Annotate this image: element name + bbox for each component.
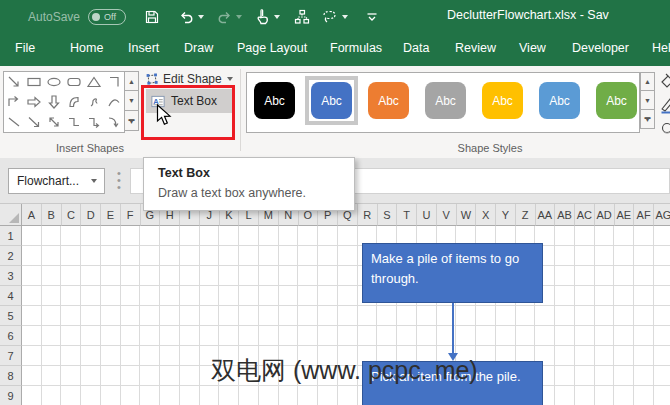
shape-style-tile-5[interactable]: Abc <box>482 82 523 119</box>
line-arrow-icon[interactable] <box>4 72 24 92</box>
column-header-R[interactable]: R <box>358 204 378 226</box>
styles-scroll-down-button[interactable]: ▼ <box>640 91 655 110</box>
rounded-rectangle-icon[interactable] <box>64 72 84 92</box>
double-arrow-diagonal-icon[interactable] <box>44 112 64 132</box>
shape-outline-icon[interactable] <box>659 96 670 116</box>
triangle-icon[interactable] <box>84 72 104 92</box>
column-header-B[interactable]: B <box>42 204 62 226</box>
insert-shapes-gallery <box>3 71 125 133</box>
ribbon-tab-insert[interactable]: Insert <box>128 41 159 55</box>
ribbon-tab-file[interactable]: File <box>15 41 35 55</box>
shape-style-tile-6[interactable]: Abc <box>539 82 580 119</box>
row-header-6[interactable]: 6 <box>0 326 22 346</box>
watermark-text: 双电网 (www. pcpc. me) <box>211 354 478 387</box>
arc-icon[interactable] <box>104 92 124 112</box>
elbow-arrow-connector-icon[interactable] <box>84 112 104 132</box>
column-header-Z[interactable]: Z <box>516 204 536 226</box>
oval-icon[interactable] <box>44 72 64 92</box>
lasso-select-icon[interactable] <box>320 5 340 29</box>
ribbon-tab-review[interactable]: Review <box>455 41 496 55</box>
column-header-A[interactable]: A <box>22 204 42 226</box>
styles-gallery-scrollbar: ▲ ▼ ▬▼ <box>640 72 655 129</box>
ribbon-tab-draw[interactable]: Draw <box>184 41 213 55</box>
column-header-F[interactable]: F <box>121 204 141 226</box>
redo-menu-caret-icon <box>236 15 242 19</box>
column-header-W[interactable]: W <box>457 204 477 226</box>
column-header-AD[interactable]: AD <box>595 204 615 226</box>
curved-corner-icon[interactable] <box>64 92 84 112</box>
shapes-more-button[interactable]: ▬▼ <box>124 111 139 131</box>
column-header-Y[interactable]: Y <box>496 204 516 226</box>
column-header-E[interactable]: E <box>101 204 121 226</box>
autosave-toggle[interactable]: Off <box>88 9 126 25</box>
lasso-select-caret-icon[interactable] <box>342 15 348 19</box>
name-box-caret-icon[interactable] <box>91 179 97 183</box>
column-header-D[interactable]: D <box>81 204 101 226</box>
shape-style-tile-7[interactable]: Abc <box>596 82 637 119</box>
textbox-tooltip: Text Box Draw a text box anywhere. <box>143 157 355 211</box>
shape-style-tile-4[interactable]: Abc <box>425 82 466 119</box>
line-icon[interactable] <box>4 112 24 132</box>
formula-bar-drag-handle[interactable]: ••• <box>117 170 121 191</box>
shape-fill-icon[interactable] <box>659 72 670 92</box>
touch-mode-icon[interactable] <box>252 5 272 29</box>
touch-mode-caret-icon[interactable] <box>274 15 280 19</box>
ribbon-tab-home[interactable]: Home <box>70 41 103 55</box>
column-header-U[interactable]: U <box>417 204 437 226</box>
block-arrow-down-icon[interactable] <box>44 92 64 112</box>
bent-arrow-icon[interactable] <box>4 92 24 112</box>
elbow-connector-icon[interactable] <box>64 112 84 132</box>
column-header-AE[interactable]: AE <box>615 204 635 226</box>
column-header-AC[interactable]: AC <box>575 204 595 226</box>
shapes-gallery-scrollbar: ▲ ▼ ▬▼ <box>124 71 139 131</box>
row-header-5[interactable]: 5 <box>0 306 22 326</box>
shape-effects-icon[interactable] <box>659 120 670 140</box>
line-arrow-diagonal-icon[interactable] <box>24 112 44 132</box>
styles-more-button[interactable]: ▬▼ <box>640 110 655 129</box>
row-header-4[interactable]: 4 <box>0 286 22 306</box>
column-header-AA[interactable]: AA <box>536 204 556 226</box>
shape-style-tile-2-selected[interactable]: Abc <box>311 82 352 119</box>
shapes-scroll-up-button[interactable]: ▲ <box>124 71 139 91</box>
row-header-8[interactable]: 8 <box>0 366 22 386</box>
curved-arrow-connector-icon[interactable] <box>104 112 124 132</box>
scribble-icon[interactable] <box>84 92 104 112</box>
flowchart-icon[interactable] <box>292 5 312 29</box>
ribbon-tab-page-layout[interactable]: Page Layout <box>237 41 307 55</box>
row-header-9[interactable]: 9 <box>0 386 22 405</box>
shape-style-tile-1[interactable]: Abc <box>254 82 295 119</box>
column-header-X[interactable]: X <box>476 204 496 226</box>
ribbon-tab-developer[interactable]: Developer <box>572 41 629 55</box>
column-header-C[interactable]: C <box>62 204 82 226</box>
column-header-AG[interactable]: AG <box>654 204 670 226</box>
shapes-scroll-down-button[interactable]: ▼ <box>124 91 139 111</box>
styles-scroll-up-button[interactable]: ▲ <box>640 72 655 91</box>
ribbon-tab-view[interactable]: View <box>519 41 546 55</box>
name-box[interactable]: Flowchart... <box>8 168 105 194</box>
select-all-button[interactable] <box>0 204 22 226</box>
insert-shapes-group-label: Insert Shapes <box>20 142 160 154</box>
row-header-1[interactable]: 1 <box>0 226 22 246</box>
undo-icon[interactable] <box>176 5 196 29</box>
column-header-S[interactable]: S <box>378 204 398 226</box>
save-icon[interactable] <box>142 5 162 29</box>
ribbon-tab-help[interactable]: Help <box>652 41 670 55</box>
undo-menu-caret-icon[interactable] <box>198 15 204 19</box>
column-header-AF[interactable]: AF <box>634 204 654 226</box>
row-header-3[interactable]: 3 <box>0 266 22 286</box>
block-arrow-right-icon[interactable] <box>24 92 44 112</box>
customize-quick-access-icon[interactable] <box>362 5 382 29</box>
title-bar: AutoSave Off <box>0 0 670 33</box>
ribbon-tab-data[interactable]: Data <box>403 41 429 55</box>
column-header-T[interactable]: T <box>397 204 417 226</box>
rectangle-icon[interactable] <box>24 72 44 92</box>
row-header-2[interactable]: 2 <box>0 246 22 266</box>
shape-style-tile-3[interactable]: Abc <box>368 82 409 119</box>
column-header-AB[interactable]: AB <box>555 204 575 226</box>
column-header-V[interactable]: V <box>437 204 457 226</box>
ribbon-tab-formulas[interactable]: Formulas <box>330 41 382 55</box>
elbow-icon[interactable] <box>104 72 124 92</box>
document-title: DeclutterFlowchart.xlsx - Sav <box>447 8 609 22</box>
flowchart-box-make-pile[interactable]: Make a pile of items to go through. <box>362 243 543 303</box>
row-header-7[interactable]: 7 <box>0 346 22 366</box>
